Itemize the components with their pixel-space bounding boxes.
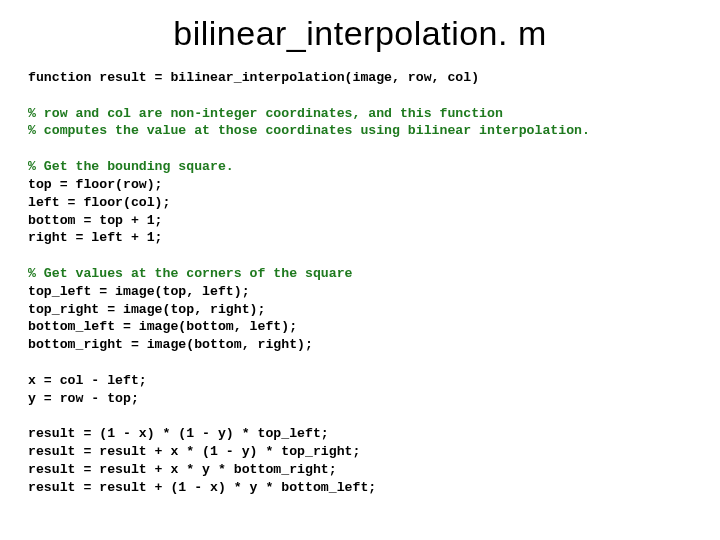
code-comment: % Get values at the corners of the squar… — [28, 266, 352, 281]
code-comment: % row and col are non-integer coordinate… — [28, 106, 503, 121]
slide-title: bilinear_interpolation. m — [28, 14, 692, 53]
code-line: right = left + 1; — [28, 230, 163, 245]
code-line: result = result + x * y * bottom_right; — [28, 462, 337, 477]
code-comment: % Get the bounding square. — [28, 159, 234, 174]
code-line: function result = bilinear_interpolation… — [28, 70, 479, 85]
code-line: bottom_left = image(bottom, left); — [28, 319, 297, 334]
code-comment: % computes the value at those coordinate… — [28, 123, 590, 138]
code-line: result = result + (1 - x) * y * bottom_l… — [28, 480, 376, 495]
code-line: bottom = top + 1; — [28, 213, 163, 228]
code-line: top = floor(row); — [28, 177, 163, 192]
code-block: function result = bilinear_interpolation… — [28, 69, 692, 497]
code-line: top_right = image(top, right); — [28, 302, 265, 317]
code-line: result = result + x * (1 - y) * top_righ… — [28, 444, 360, 459]
code-line: result = (1 - x) * (1 - y) * top_left; — [28, 426, 329, 441]
code-line: left = floor(col); — [28, 195, 170, 210]
slide: bilinear_interpolation. m function resul… — [0, 0, 720, 540]
code-line: x = col - left; — [28, 373, 147, 388]
code-line: y = row - top; — [28, 391, 139, 406]
code-line: bottom_right = image(bottom, right); — [28, 337, 313, 352]
code-line: top_left = image(top, left); — [28, 284, 250, 299]
